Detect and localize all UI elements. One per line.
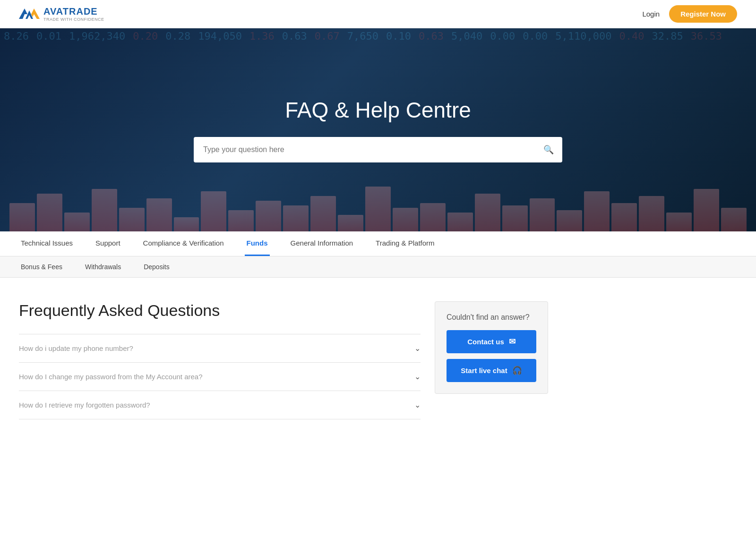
chart-bar bbox=[9, 203, 35, 231]
hero-chart-bars bbox=[0, 187, 756, 231]
main-content: Frequently Asked Questions How do i upda… bbox=[0, 278, 567, 448]
faq-question: How do I change my password from the My … bbox=[19, 373, 203, 381]
chart-bar bbox=[447, 213, 473, 231]
sidebar-no-answer: Couldn't find an answer? bbox=[447, 313, 536, 322]
chart-bar bbox=[37, 194, 62, 231]
tab-general-information[interactable]: General Information bbox=[289, 231, 355, 256]
chart-bar bbox=[721, 208, 747, 231]
logo-icon bbox=[19, 6, 40, 23]
tabs-nav: Technical IssuesSupportCompliance & Veri… bbox=[0, 231, 756, 278]
header-actions: Login Register Now bbox=[642, 5, 737, 23]
chart-bar bbox=[694, 189, 719, 231]
contact-button[interactable]: Contact us ✉ bbox=[447, 330, 536, 353]
logo-tagline: TRADE WITH CONFIDENCE bbox=[43, 17, 104, 22]
chart-bar bbox=[283, 205, 309, 231]
subtab-withdrawals[interactable]: Withdrawals bbox=[83, 256, 123, 277]
hero-section: 8.26 0.01 1,962,340 0.20 0.28 194,050 1.… bbox=[0, 28, 756, 231]
faq-item[interactable]: How do i update my phone number? ⌄ bbox=[19, 334, 421, 363]
logo-text: AVATRADE TRADE WITH CONFIDENCE bbox=[43, 6, 104, 22]
faq-title: Frequently Asked Questions bbox=[19, 301, 421, 320]
chart-bar bbox=[611, 203, 637, 231]
contact-label: Contact us bbox=[467, 338, 504, 346]
logo-mark bbox=[19, 6, 40, 23]
chart-bar bbox=[92, 189, 117, 231]
header: AVATRADE TRADE WITH CONFIDENCE Login Reg… bbox=[0, 0, 756, 28]
chevron-down-icon: ⌄ bbox=[414, 344, 421, 353]
register-button[interactable]: Register Now bbox=[669, 5, 737, 23]
tab-trading-and-platform[interactable]: Trading & Platform bbox=[374, 231, 437, 256]
hero-background: 8.26 0.01 1,962,340 0.20 0.28 194,050 1.… bbox=[0, 28, 756, 231]
logo: AVATRADE TRADE WITH CONFIDENCE bbox=[19, 6, 104, 23]
chart-bar bbox=[338, 215, 363, 231]
chart-bar bbox=[64, 213, 90, 231]
chart-bar bbox=[557, 210, 582, 231]
faq-list: How do i update my phone number? ⌄ How d… bbox=[19, 334, 421, 419]
chart-bar bbox=[146, 198, 172, 231]
chart-bar bbox=[228, 210, 254, 231]
chevron-down-icon: ⌄ bbox=[414, 400, 421, 409]
tab-funds[interactable]: Funds bbox=[245, 231, 270, 256]
chart-bar bbox=[310, 196, 336, 231]
chat-label: Start live chat bbox=[461, 366, 507, 375]
primary-tabs: Technical IssuesSupportCompliance & Veri… bbox=[0, 231, 756, 256]
search-bar: 🔍 bbox=[194, 137, 562, 162]
faq-item[interactable]: How do I retrieve my forgotten password?… bbox=[19, 391, 421, 419]
subtab-deposits[interactable]: Deposits bbox=[142, 256, 171, 277]
chart-bar bbox=[530, 198, 555, 231]
hero-title: FAQ & Help Centre bbox=[285, 97, 471, 123]
svg-marker-2 bbox=[31, 9, 40, 19]
chart-bar bbox=[174, 217, 199, 231]
chevron-down-icon: ⌄ bbox=[414, 372, 421, 381]
login-link[interactable]: Login bbox=[642, 10, 660, 18]
tab-compliance-and-verification[interactable]: Compliance & Verification bbox=[141, 231, 226, 256]
chart-bar bbox=[666, 213, 692, 231]
chart-bar bbox=[365, 187, 391, 231]
logo-brand: AVATRADE bbox=[43, 6, 104, 17]
chart-bar bbox=[584, 191, 610, 231]
search-input[interactable] bbox=[194, 137, 535, 162]
tab-support[interactable]: Support bbox=[94, 231, 122, 256]
svg-marker-0 bbox=[19, 9, 27, 19]
sidebar: Couldn't find an answer? Contact us ✉ St… bbox=[435, 301, 548, 394]
search-icon: 🔍 bbox=[535, 145, 562, 155]
faq-question: How do I retrieve my forgotten password? bbox=[19, 401, 150, 409]
chart-bar bbox=[420, 203, 446, 231]
chart-bar bbox=[256, 201, 281, 231]
email-icon: ✉ bbox=[509, 337, 515, 347]
headset-icon: 🎧 bbox=[512, 366, 522, 375]
secondary-tabs: Bonus & FeesWithdrawalsDeposits bbox=[0, 256, 756, 277]
faq-question: How do i update my phone number? bbox=[19, 344, 133, 352]
faq-item[interactable]: How do I change my password from the My … bbox=[19, 363, 421, 391]
chart-bar bbox=[119, 208, 145, 231]
tab-technical-issues[interactable]: Technical Issues bbox=[19, 231, 75, 256]
chart-bar bbox=[475, 194, 500, 231]
live-chat-button[interactable]: Start live chat 🎧 bbox=[447, 359, 536, 382]
chart-bar bbox=[639, 196, 664, 231]
chart-bar bbox=[393, 208, 418, 231]
faq-section: Frequently Asked Questions How do i upda… bbox=[19, 301, 421, 419]
chart-bar bbox=[201, 191, 226, 231]
subtab-bonus-&-fees[interactable]: Bonus & Fees bbox=[19, 256, 64, 277]
chart-bar bbox=[502, 205, 528, 231]
